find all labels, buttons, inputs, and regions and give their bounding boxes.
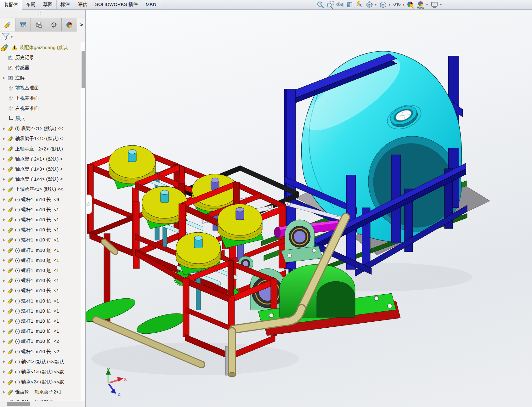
expand-arrow-icon[interactable] <box>3 229 5 231</box>
tree-item[interactable]: (-) 螺杆1 m10 长 <1 <box>0 276 81 286</box>
command-tab-5[interactable]: 评估 <box>74 0 91 9</box>
expand-arrow-icon[interactable] <box>3 320 5 322</box>
expand-arrow-icon[interactable] <box>3 208 5 211</box>
expand-arrow-icon[interactable] <box>3 127 5 130</box>
tree-item[interactable]: 上轴承座 - 2<2> (默认) <box>0 144 81 154</box>
expand-arrow-icon[interactable] <box>3 239 5 241</box>
tree-item[interactable]: (f) 底架2 <1> (默认) << <box>0 124 81 134</box>
command-tab-6[interactable]: SOLIDWORKS 插件 <box>91 0 142 9</box>
expand-arrow-icon[interactable] <box>3 148 5 150</box>
apply-scene-button[interactable] <box>416 0 425 9</box>
expand-arrow-icon[interactable] <box>3 280 5 282</box>
tree-item[interactable]: (-) 螺杆1 m10 长 <1 <box>0 286 81 296</box>
tree-item[interactable]: 右视基准面 <box>0 103 81 113</box>
command-tab-7[interactable]: MBD <box>142 0 160 9</box>
panel-collapse-handle[interactable] <box>86 195 92 214</box>
tree-item[interactable]: (-) 螺杆1 m10 长 <1 <box>0 296 81 306</box>
expand-arrow-icon[interactable] <box>3 290 5 292</box>
tree-item[interactable]: A注解 <box>0 73 81 83</box>
display-style-dropdown-caret-icon[interactable]: ▼ <box>388 3 391 6</box>
tree-item[interactable]: 原点 <box>0 113 81 123</box>
tree-item[interactable]: 上轴承座<1> (默认) << <box>0 184 81 195</box>
expand-arrow-icon[interactable] <box>3 138 5 140</box>
filter-funnel-icon[interactable] <box>0 32 10 42</box>
view-settings-button[interactable] <box>429 0 439 9</box>
tree-item[interactable]: 轴承架子1<4> (默认) < <box>0 174 81 184</box>
tree-item[interactable]: 前视基准面 <box>0 83 81 93</box>
tree-item[interactable]: 轴承架子1<1> (默认) < <box>0 134 81 144</box>
tree-vertical-scrollbar[interactable] <box>81 42 85 401</box>
display-style-button[interactable] <box>378 0 388 9</box>
view-orientation-button[interactable] <box>364 0 374 9</box>
expand-arrow-icon[interactable] <box>3 300 5 302</box>
tree-item[interactable]: (-) 螺杆1 m10 短 <1 <box>0 265 81 275</box>
zoom-to-fit-button[interactable] <box>315 0 325 9</box>
expand-arrow-icon[interactable] <box>3 259 5 262</box>
section-view-button[interactable] <box>345 0 354 9</box>
tree-item[interactable]: (-) 螺杆1 m10 长 <1 <box>0 215 81 225</box>
apply-scene-dropdown-caret-icon[interactable]: ▼ <box>425 3 429 6</box>
tree-item[interactable]: (-) 螺杆1 m10 短 <1 <box>0 235 81 245</box>
hide-show-items-button[interactable] <box>392 0 402 9</box>
tree-item[interactable]: (-) 轴<1> (默认) <<默认 <box>0 357 81 367</box>
tree-item[interactable]: (-) 螺杆1 m10 长 <1 <box>0 225 81 235</box>
tree-item[interactable]: 轴承架子1<3> (默认) < <box>0 164 81 174</box>
expand-arrow-icon[interactable] <box>3 178 5 181</box>
view-settings-dropdown-caret-icon[interactable]: ▼ <box>439 3 443 6</box>
expand-arrow-icon[interactable] <box>3 198 5 201</box>
agitator-paddles[interactable] <box>86 294 188 338</box>
expand-arrow-icon[interactable] <box>3 168 5 170</box>
command-tab-3[interactable]: 草图 <box>39 0 57 9</box>
tree-item[interactable]: (-) 螺杆1 m10 长 <9 <box>0 195 81 205</box>
featuremanager-tab[interactable] <box>0 18 15 31</box>
tree-item[interactable]: (-) 螺杆1 m10 短 <1 <box>0 255 81 265</box>
tree-item[interactable]: (-) 螺杆1 m10 长 <2 <box>0 347 81 357</box>
expand-arrow-icon[interactable] <box>3 269 5 272</box>
tree-item[interactable]: 历史记录 <box>0 53 81 63</box>
splitter-grip-icon[interactable] <box>38 12 41 15</box>
tree-item[interactable]: 锥齿轮 轴承架子2<1 <box>0 387 81 397</box>
tree-item[interactable]: (-) 轴承<2> (默认) <<默 <box>0 377 81 387</box>
filter-caret-icon[interactable]: ▼ <box>10 36 13 39</box>
tree-horizontal-scrollbar[interactable] <box>0 401 81 407</box>
tree-item[interactable]: (-) 螺杆1 m10 短 <1 <box>0 245 81 255</box>
expand-arrow-icon[interactable] <box>3 360 5 363</box>
expand-arrow-icon[interactable] <box>3 350 5 353</box>
tree-hscroll-thumb[interactable] <box>7 402 30 406</box>
expand-arrow-icon[interactable] <box>3 77 5 79</box>
expand-arrow-icon[interactable] <box>3 381 5 383</box>
tree-item[interactable]: (-) 螺杆1 m10 长 <1 <box>0 205 81 215</box>
view-annotations-button[interactable]: A <box>354 0 364 9</box>
tree-item[interactable]: (-) 螺杆1 m10 长 <1 <box>0 316 81 326</box>
panel-splitter[interactable] <box>0 9 85 18</box>
tree-vscroll-thumb[interactable] <box>82 51 85 88</box>
expand-arrow-icon[interactable] <box>3 218 5 221</box>
graphics-viewport[interactable]: Y X Z <box>86 9 532 407</box>
edit-appearance-button[interactable] <box>406 0 416 9</box>
tree-item[interactable]: (-) 螺杆1 m10 长 <1 <box>0 306 81 316</box>
command-tab-2[interactable]: 布局 <box>22 0 39 9</box>
tree-item[interactable]: 轴承架子2<1> (默认) < <box>0 154 81 164</box>
zoom-to-area-button[interactable] <box>325 0 335 9</box>
tree-item[interactable]: 锥齿轮 轴承架子2<1 <box>0 397 81 401</box>
tree-item[interactable]: (-) 螺杆1 m10 长 <2 <box>0 336 81 347</box>
expand-arrow-icon[interactable] <box>3 249 5 252</box>
expand-arrow-icon[interactable] <box>3 391 5 393</box>
expand-arrow-icon[interactable] <box>3 158 5 160</box>
dimxpertmanager-tab[interactable] <box>46 18 62 31</box>
expand-arrow-icon[interactable] <box>3 188 5 191</box>
displaymanager-tab[interactable] <box>62 18 77 31</box>
propertymanager-tab[interactable] <box>15 18 31 31</box>
expand-arrow-icon[interactable] <box>3 330 5 333</box>
tree-item[interactable]: 上视基准面 <box>0 93 81 103</box>
panel-expand-button[interactable]: > <box>77 18 85 32</box>
expand-arrow-icon[interactable] <box>3 310 5 312</box>
tree-item[interactable]: (-) 轴承<1> (默认) <<默 <box>0 367 81 377</box>
command-tab-1[interactable]: 装配体 <box>0 0 22 10</box>
configurationmanager-tab[interactable] <box>31 18 46 31</box>
tree-item[interactable]: 传感器 <box>0 63 81 73</box>
tree-item[interactable]: (-) 螺杆1 m10 长 <1 <box>0 326 81 336</box>
command-tab-4[interactable]: 标注 <box>57 0 74 9</box>
previous-view-button[interactable] <box>335 0 345 9</box>
expand-arrow-icon[interactable] <box>3 370 5 373</box>
